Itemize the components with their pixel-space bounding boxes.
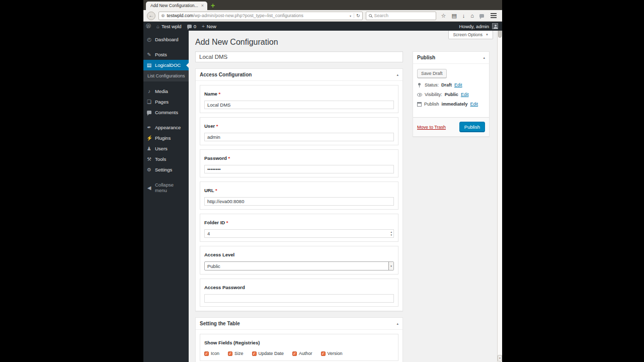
field-label: Access Level [204, 252, 234, 257]
home-icon[interactable]: ⌂ [470, 13, 474, 19]
admin-bar-site-link[interactable]: ⌂ Test wpld [156, 24, 182, 29]
checkbox[interactable] [321, 351, 326, 356]
avatar [492, 23, 498, 29]
edit-schedule-link[interactable]: Edit [470, 102, 478, 107]
sidebar-item-label: Posts [155, 52, 167, 57]
number-spinner[interactable]: ▴▾ [390, 231, 392, 236]
publish-button[interactable]: Publish [459, 122, 485, 132]
access-configuration-metabox: Access Configuration ▴ Name * User * [195, 68, 403, 311]
wp-admin-bar: Ⓦ ⌂ Test wpld 0 + New Howdy, admin [143, 22, 502, 31]
home-icon: ⌂ [156, 24, 159, 29]
toolbar-icons: ☆ ▤ ↓ ⌂ [441, 13, 498, 19]
checkbox[interactable] [204, 351, 209, 356]
bookmarks-icon[interactable]: ▤ [451, 13, 456, 19]
sidebar-item-media[interactable]: ♪ Media [143, 86, 189, 97]
pin-icon: ✎ [146, 52, 152, 57]
downloads-icon[interactable]: ↓ [462, 13, 465, 19]
field-label: User [204, 123, 215, 129]
admin-sidebar: ◴ Dashboard ✎ Posts ▤ LogicalDOC List Co… [143, 31, 189, 362]
sidebar-item-comments[interactable]: Comments [143, 107, 189, 118]
checkbox-size-field[interactable]: Size [228, 351, 244, 356]
sidebar-item-pages[interactable]: ❏ Pages [143, 97, 189, 107]
visibility-value: Public [445, 92, 458, 97]
field-label: URL [204, 188, 214, 193]
move-to-trash-link[interactable]: Move to Trash [417, 125, 446, 130]
field-row-folder-id: Folder ID * ▴▾ [200, 214, 398, 242]
admin-bar-comments[interactable]: 0 [187, 24, 196, 29]
edit-visibility-link[interactable]: Edit [461, 92, 469, 97]
new-tab-icon[interactable]: + [211, 1, 215, 10]
checkbox-version-field[interactable]: Version [321, 351, 343, 356]
collapse-icon: ◀ [146, 185, 152, 191]
field-row-access-level: Access Level Public ▾ [200, 246, 398, 275]
sidebar-item-appearance[interactable]: ✒ Appearance [143, 122, 189, 133]
edit-status-link[interactable]: Edit [454, 82, 462, 87]
access-password-input[interactable] [204, 294, 394, 303]
admin-bar-account[interactable]: Howdy, admin [459, 23, 499, 29]
admin-content: Screen Options ▼ Add New Configuration A… [189, 31, 502, 362]
name-input[interactable] [204, 101, 394, 109]
checkbox[interactable] [252, 351, 257, 356]
title-input[interactable] [195, 51, 403, 62]
screen-options-label: Screen Options [453, 32, 482, 37]
url-path: /wp-admin/post-new.php?post_type=list_co… [193, 13, 347, 18]
checkbox-author-field[interactable]: Author [292, 351, 312, 356]
checkbox-label: Icon [211, 351, 219, 356]
collapse-toggle-icon[interactable]: ▴ [483, 56, 485, 60]
menu-icon[interactable] [491, 15, 497, 16]
scrollbar-down-icon[interactable]: ▾ [498, 355, 502, 361]
sidebar-item-logicaldoc[interactable]: ▤ LogicalDOC [143, 60, 189, 70]
collapse-toggle-icon[interactable]: ▴ [396, 73, 398, 77]
sidebar-item-collapse-menu[interactable]: ◀ Collapse menu [143, 179, 189, 196]
screen-options-button[interactable]: Screen Options ▼ [448, 31, 493, 39]
sidebar-item-settings[interactable]: ⚙ Settings [143, 164, 189, 175]
new-label: New [207, 24, 216, 29]
admin-bar-new[interactable]: + New [202, 24, 216, 29]
sidebar-item-plugins[interactable]: ⚡ Plugins [143, 133, 189, 143]
chat-bubble-icon[interactable] [479, 14, 484, 18]
howdy-text: Howdy, admin [459, 24, 490, 29]
checkbox-label: Size [234, 351, 244, 356]
wordpress-logo-icon[interactable]: Ⓦ [146, 23, 151, 30]
save-draft-button[interactable]: Save Draft [417, 69, 447, 78]
url-input[interactable] [204, 197, 394, 206]
metabox-title: Access Configuration [200, 72, 252, 77]
eye-icon [417, 93, 422, 97]
password-input[interactable] [204, 165, 394, 173]
publish-time-label: Publish [424, 102, 439, 107]
tab-close-icon[interactable]: × [201, 3, 204, 8]
sidebar-item-dashboard[interactable]: ◴ Dashboard [143, 34, 189, 45]
sidebar-item-posts[interactable]: ✎ Posts [143, 49, 189, 60]
scrollbar[interactable]: ▾ [497, 22, 502, 362]
required-mark: * [225, 220, 228, 225]
required-mark: * [214, 188, 217, 193]
folder-id-input[interactable] [204, 229, 394, 238]
metabox-header[interactable]: Setting the Table ▴ [196, 318, 403, 330]
checkbox[interactable] [228, 351, 232, 356]
access-level-select[interactable]: Public ▾ [204, 261, 394, 270]
url-bar[interactable]: ⊕ testwpld.com /wp-admin/post-new.php?po… [158, 12, 363, 20]
url-dropdown-icon[interactable]: ▾ [347, 14, 354, 18]
metabox-title: Setting the Table [200, 321, 240, 326]
search-input[interactable]: Search [366, 12, 436, 20]
checkbox-update-date-field[interactable]: Update Date [252, 351, 284, 356]
comments-icon [187, 25, 192, 28]
collapse-toggle-icon[interactable]: ▴ [396, 322, 398, 326]
checkbox-icon-field[interactable]: Icon [204, 351, 219, 356]
field-row-user: User * [200, 117, 398, 145]
sidebar-item-tools[interactable]: ⚒ Tools [143, 154, 189, 164]
user-input[interactable] [204, 133, 394, 141]
sidebar-item-users[interactable]: ♟ Users [143, 143, 189, 154]
checkbox[interactable] [292, 351, 297, 356]
back-icon[interactable]: ← [147, 12, 155, 20]
spinner-down-icon[interactable]: ▾ [390, 234, 392, 237]
metabox-header[interactable]: Publish ▴ [413, 52, 489, 64]
sidebar-item-label: LogicalDOC [155, 62, 181, 68]
sidebar-submenu-list-configurations[interactable]: List Configurations [143, 70, 189, 81]
required-mark: * [227, 155, 230, 161]
checkbox-label: Version [328, 351, 343, 356]
metabox-header[interactable]: Access Configuration ▴ [196, 69, 403, 81]
bookmark-star-icon[interactable]: ☆ [441, 13, 446, 19]
reload-icon[interactable]: ↻ [354, 13, 362, 18]
browser-tab[interactable]: Add New Configuration... × [146, 2, 207, 10]
